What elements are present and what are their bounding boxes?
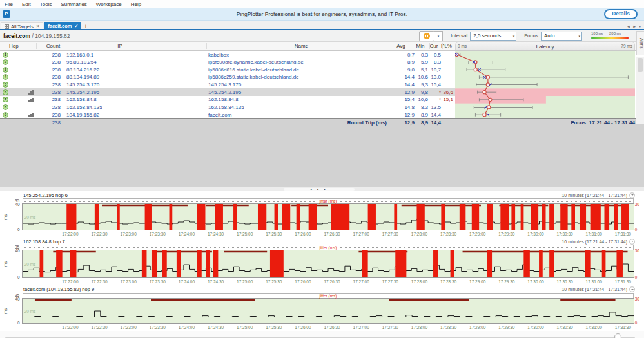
pause-dropdown-button[interactable]: ▾ — [434, 31, 443, 41]
avg-cell: 14,4 — [387, 82, 415, 88]
time-axis-label: 17:27:00 — [353, 232, 369, 236]
focus-label: Focus — [524, 33, 538, 39]
graph-range[interactable]: 10 minutes (17:21:44 - 17:31:44) — [561, 286, 635, 292]
range-dropdown-icon[interactable] — [629, 239, 635, 245]
time-axis-label: 17:25:00 — [237, 279, 253, 284]
time-axis-label: 17:26:30 — [324, 279, 340, 284]
pane-splitter[interactable]: • • • — [0, 187, 644, 191]
time-axis-label: 17:25:00 — [237, 325, 253, 330]
menu-workspace[interactable]: Workspace — [92, 1, 126, 7]
right-axis-labels: 30 0 — [634, 298, 644, 324]
trace-row[interactable]: 7238162.158.84.8162.158.84.815,410,6*15,… — [0, 96, 644, 104]
close-icon[interactable]: ✕ — [36, 24, 39, 29]
trace-row[interactable]: 8238162.158.84.135162.158.84.13514,88,31… — [0, 104, 644, 111]
timeline-svg — [23, 204, 634, 230]
chevron-down-icon: ▾ — [576, 32, 580, 40]
time-axis-label: 17:27:00 — [353, 325, 369, 330]
col-name[interactable]: Name — [208, 43, 395, 49]
target-title: faceit.com / 104.19.155.82 — [3, 33, 70, 39]
menu-tools[interactable]: Tools — [35, 1, 57, 7]
splitter-handle-icon[interactable]: • • • — [284, 188, 355, 191]
y-axis-labels: 40 ms 0 — [0, 203, 22, 230]
time-axis-label: 17:22:00 — [62, 279, 78, 284]
focus-select[interactable]: Auto▾ — [541, 32, 582, 41]
summary-count: 238 — [37, 120, 61, 126]
trace-row[interactable]: 5238145.254.3.170145.254.3.17014,49,315,… — [0, 81, 644, 89]
latency-time-plot[interactable]: 20 ms — [22, 203, 634, 230]
ip-cell: 88.134.194.89 — [66, 74, 99, 80]
trace-row[interactable]: 1238192.168.0.1kabelbox0,70,30,5 — [0, 51, 644, 59]
summary-min: 8,9 — [415, 120, 428, 126]
avg-cell: 14,4 — [387, 74, 415, 80]
check-icon: ✓ — [74, 24, 78, 29]
graph-title: 145.254.2.195 hop 6 — [23, 192, 68, 198]
graph-range[interactable]: 10 minutes (17:21:44 - 17:31:44) — [561, 239, 635, 245]
latency-color-legend: 100ms 200ms — [591, 32, 629, 41]
jitter-min-label: 0 — [635, 227, 638, 232]
time-axis-label: 17:25:30 — [266, 232, 282, 236]
col-separator — [36, 43, 37, 49]
col-avg[interactable]: Avg — [387, 43, 415, 49]
col-ip[interactable]: IP — [66, 43, 173, 49]
time-axis-label: 17:24:30 — [208, 279, 224, 284]
hop-number-badge: 9 — [3, 112, 8, 118]
time-axis-label: 17:24:30 — [208, 325, 224, 330]
min-cell: 10,6 — [415, 74, 428, 80]
trace-row[interactable]: 423888.134.194.89ip5886c259.static.kabel… — [0, 73, 644, 81]
name-cell: 145.254.3.170 — [208, 82, 241, 88]
y-min-label: 0 — [17, 321, 20, 325]
alerts-side-tab[interactable]: Alerts — [636, 31, 644, 55]
range-dropdown-icon[interactable] — [629, 192, 635, 198]
ip-cell: 145.254.2.195 — [66, 89, 99, 95]
round-trip-row: 238 Round Trip (ms) 12,9 8,9 14,4 Focus:… — [0, 118, 644, 127]
jitter-max-label: 30 — [635, 297, 639, 301]
time-axis-label: 17:27:30 — [382, 325, 398, 330]
trace-row[interactable]: 9238104.19.155.82faceit.com12,98,914,4 — [0, 111, 644, 118]
pause-button[interactable] — [419, 31, 434, 41]
hop-number-badge: 7 — [3, 97, 8, 102]
menu-edit[interactable]: Edit — [17, 1, 35, 7]
trace-row[interactable]: 323888.134.216.22ip5886d816.static.kabel… — [0, 66, 644, 73]
tab-scroll-arrows-icon[interactable]: ◀ ▶ ▾ — [627, 24, 642, 28]
range-label: 10 minutes (17:21:44 - 17:31:44) — [561, 287, 627, 292]
pl-cell: 15,1 — [440, 97, 453, 102]
min-cell: 10,6 — [415, 97, 428, 102]
bar-graph-icon — [28, 97, 35, 102]
chevron-down-icon: ▾ — [511, 32, 515, 40]
vertical-scrollbar[interactable] — [636, 57, 644, 124]
trace-body: 1238192.168.0.1kabelbox0,70,30,5223895.8… — [0, 51, 644, 118]
jitter-axis-label: jitter (ms) — [317, 294, 338, 298]
menu-summaries[interactable]: Summaries — [56, 1, 91, 7]
scrubber-handle[interactable] — [614, 333, 621, 338]
range-label: 10 minutes (17:21:44 - 17:31:44) — [561, 193, 627, 198]
hop-number-badge: 2 — [3, 59, 8, 65]
focus-range-label: Focus: 17:21:44 - 17:31:44 — [455, 120, 635, 126]
menu-file[interactable]: File — [0, 1, 17, 7]
count-cell: 238 — [37, 89, 61, 95]
range-dropdown-icon[interactable] — [629, 286, 635, 292]
legend-gradient — [591, 37, 629, 39]
count-cell: 238 — [37, 59, 61, 65]
time-axis-label: 17:24:00 — [179, 325, 195, 330]
details-button[interactable]: Details — [604, 9, 638, 19]
menu-help[interactable]: Help — [126, 1, 146, 7]
col-min[interactable]: Min — [413, 43, 428, 49]
avg-cell: 9,0 — [387, 67, 415, 73]
latency-time-plot[interactable]: 20 ms — [22, 250, 634, 278]
tab-bar: All Targets ✕ faceit.com ✓ + ◀ ▶ ▾ — [0, 21, 644, 30]
ip-cell: 88.134.216.22 — [66, 67, 99, 73]
time-axis-label: 17:29:30 — [498, 325, 514, 330]
focus-value: Auto — [544, 33, 554, 39]
trace-row[interactable]: 223895.89.10.254ip5f590afe.dynamic.kabel… — [0, 59, 644, 66]
interval-select[interactable]: 2,5 seconds▾ — [470, 32, 516, 41]
trace-row[interactable]: 6238145.254.2.195145.254.2.19512,99,8*36… — [0, 88, 455, 96]
scrollbar-thumb[interactable] — [638, 58, 643, 72]
latency-time-plot[interactable]: 20 ms — [22, 298, 634, 324]
cur-cell: 14,4 — [428, 112, 441, 118]
y-max-label: 40 — [15, 202, 19, 207]
graph-range[interactable]: 10 minutes (17:21:44 - 17:31:44) — [561, 192, 635, 198]
trace-controls: ▾ Interval 2,5 seconds▾ Focus Auto▾ 100m… — [419, 31, 629, 41]
time-axis-label: 17:25:30 — [266, 325, 282, 330]
col-hop[interactable]: Hop — [9, 43, 19, 49]
timeline-svg — [23, 299, 634, 323]
